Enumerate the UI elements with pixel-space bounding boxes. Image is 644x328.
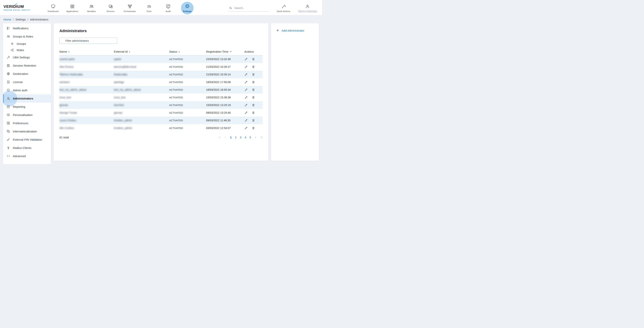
delete-icon[interactable] xyxy=(252,65,255,68)
table-row[interactable]: Tiberius Hodorsaba thodorsaba ACTIVATED … xyxy=(60,71,262,78)
search-input[interactable] xyxy=(234,6,268,9)
edit-icon[interactable] xyxy=(244,65,248,68)
delete-icon[interactable] xyxy=(252,103,255,107)
table-row[interactable]: wertwert qwerbge ACTIVATED 18/03/2022 17… xyxy=(60,78,262,86)
table-row[interactable]: Alex Encica aencica@dev.local ACTIVATED … xyxy=(60,63,262,71)
sidebar-item-session-retention[interactable]: Session Retention xyxy=(3,61,51,70)
previous-page-icon[interactable] xyxy=(224,136,227,139)
nav-item-identities[interactable]: Identities xyxy=(82,3,101,12)
table-row[interactable]: test_my_admin_aduse test_my_admin_aduse … xyxy=(60,86,262,94)
sidebar-item-notifications[interactable]: Notifications xyxy=(3,24,51,32)
sidebar-item-internationalization[interactable]: Internationalization xyxy=(3,127,51,136)
table-row[interactable]: George Tumac gtumac ACTIVATED 09/03/2022… xyxy=(60,109,262,117)
delete-icon[interactable] xyxy=(252,80,255,84)
breadcrumb-home-link[interactable]: Home xyxy=(4,18,11,21)
top-nav: Dashboard Applications Identities Device… xyxy=(44,3,197,12)
column-header-registration-time[interactable]: Registration Time xyxy=(206,50,244,53)
table-row[interactable]: gtumac GeoTest ACTIVATED 15/03/2022 13:2… xyxy=(60,101,262,109)
sidebar-item-geolocation[interactable]: Geolocation xyxy=(3,70,51,78)
breadcrumb-settings[interactable]: Settings xyxy=(15,18,26,21)
delete-icon[interactable] xyxy=(252,126,255,130)
sort-icon xyxy=(68,51,70,53)
table-row[interactable]: ionut_test ionut_test ACTIVATED 15/03/20… xyxy=(60,94,262,101)
sidebar-item-preferences[interactable]: Preferences xyxy=(3,119,51,127)
preferences-icon xyxy=(6,121,10,125)
sidebar-item-administrators[interactable]: Administrators xyxy=(3,94,51,103)
delete-icon[interactable] xyxy=(252,111,255,114)
registration-time: 22/03/2022 13:32:48 xyxy=(206,58,244,61)
nav-item-devices[interactable]: Devices xyxy=(101,3,120,12)
edit-icon[interactable] xyxy=(244,103,248,107)
nav-item-audit[interactable]: Audit xyxy=(158,3,178,12)
column-header-external-id[interactable]: External Id xyxy=(114,50,169,53)
magic-wand-icon xyxy=(281,4,286,9)
user-menu[interactable]: Tiberius Hodorsaba xyxy=(298,3,317,12)
status-badge: ACTIVATED xyxy=(169,73,206,76)
admin-name: George Tumac xyxy=(60,111,114,114)
pagination: 1 2 3 4 5 xyxy=(218,136,262,139)
top-header: VERIDIUM TRUSTED DIGITAL IDENTITY Dashbo… xyxy=(0,0,322,15)
registration-time: 15/03/2022 13:25:19 xyxy=(206,104,244,107)
admin-external-id: aencica@dev.local xyxy=(114,65,169,68)
session-retention-icon xyxy=(6,64,10,67)
sidebar-item-personalisation[interactable]: Personalisation xyxy=(3,111,51,119)
page-number-4[interactable]: 4 xyxy=(244,136,246,139)
personalisation-icon xyxy=(6,113,10,117)
sidebar-item-groups-roles[interactable]: Groups & Roles xyxy=(3,32,51,41)
edit-icon[interactable] xyxy=(244,111,248,114)
edit-icon[interactable] xyxy=(244,73,248,76)
nav-item-applications[interactable]: Applications xyxy=(63,3,82,12)
nav-item-orchestrator[interactable]: Orchestrator xyxy=(120,3,139,12)
edit-icon[interactable] xyxy=(244,96,248,99)
status-badge: ACTIVATED xyxy=(169,58,206,61)
delete-icon[interactable] xyxy=(252,73,255,76)
sort-icon xyxy=(179,51,180,53)
edit-icon[interactable] xyxy=(244,57,248,61)
status-badge: ACTIVATED xyxy=(169,111,206,114)
sidebar-item-uba-settings[interactable]: UBA Settings xyxy=(3,53,51,61)
first-page-icon[interactable] xyxy=(218,136,221,139)
page-title: Administrators xyxy=(60,29,262,33)
sidebar-item-groups[interactable]: Groups xyxy=(3,41,51,47)
delete-icon[interactable] xyxy=(252,119,255,122)
table-row[interactable]: Alin Croitoru lcroitoru_admin ACTIVATED … xyxy=(60,124,262,132)
filter-administrators-input[interactable] xyxy=(60,38,117,44)
nav-item-settings[interactable]: ⚙ Settings xyxy=(178,3,197,12)
sidebar-item-reporting[interactable]: Reporting xyxy=(3,103,51,111)
column-header-status[interactable]: Status xyxy=(169,50,206,53)
next-page-icon[interactable] xyxy=(254,136,257,139)
page-number-5[interactable]: 5 xyxy=(250,136,251,139)
nav-item-tools[interactable]: Tools xyxy=(139,3,158,12)
nav-label: Identities xyxy=(87,10,96,12)
page-number-2[interactable]: 2 xyxy=(235,136,236,139)
sidebar-item-roles[interactable]: Roles xyxy=(3,47,51,53)
sort-desc-icon xyxy=(230,51,232,52)
nav-item-dashboard[interactable]: Dashboard xyxy=(44,3,63,12)
page-number-3[interactable]: 3 xyxy=(240,136,241,139)
sidebar-item-external-pin-validation[interactable]: External PIN Validation xyxy=(3,136,51,144)
sort-icon xyxy=(129,51,130,53)
sidebar-item-license[interactable]: License xyxy=(3,78,51,86)
admin-name: cosmin petre xyxy=(60,58,114,61)
quick-actions-button[interactable]: Quick Actions xyxy=(277,3,290,12)
uba-settings-icon xyxy=(6,55,10,59)
table-row[interactable]: cosmin petre cpetre ACTIVATED 22/03/2022… xyxy=(60,55,262,63)
table-row[interactable]: Laura Chelaru lchelaru_admin ACTIVATED 0… xyxy=(60,117,262,124)
last-page-icon[interactable] xyxy=(260,136,262,139)
add-administrator-button[interactable]: Add Administrator xyxy=(276,29,314,32)
edit-icon[interactable] xyxy=(244,126,248,130)
sidebar-item-radius-clients[interactable]: Radius Clients xyxy=(3,144,51,152)
edit-icon[interactable] xyxy=(244,119,248,122)
column-header-name[interactable]: Name xyxy=(60,50,114,53)
status-badge: ACTIVATED xyxy=(169,119,206,122)
status-badge: ACTIVATED xyxy=(169,88,206,91)
user-name: Tiberius Hodorsaba xyxy=(298,10,317,12)
delete-icon[interactable] xyxy=(252,57,255,61)
delete-icon[interactable] xyxy=(252,88,255,91)
edit-icon[interactable] xyxy=(244,88,248,91)
admin-external-id: lcroitoru_admin xyxy=(114,127,169,130)
page-number-1[interactable]: 1 xyxy=(230,136,232,139)
edit-icon[interactable] xyxy=(244,80,248,84)
delete-icon[interactable] xyxy=(252,96,255,99)
sidebar-item-advanced[interactable]: Advanced xyxy=(3,152,51,160)
